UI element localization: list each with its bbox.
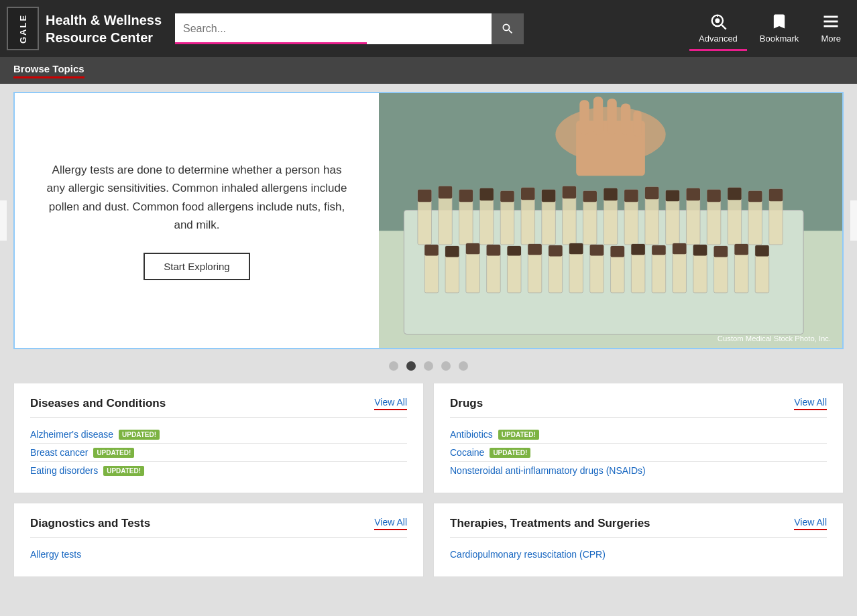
search-icon xyxy=(501,22,514,36)
topic-item-label-diseases-1: Breast cancer xyxy=(30,447,88,458)
header: GALE Health & Wellness Resource Center A… xyxy=(0,0,857,57)
topic-item-diagnostics-0[interactable]: Allergy tests xyxy=(30,546,407,563)
advanced-label: Advanced xyxy=(699,34,738,44)
search-container xyxy=(175,13,524,44)
topic-item-label-drugs-2: Nonsteroidal anti-inflammatory drugs (NS… xyxy=(450,465,646,476)
advanced-search-icon xyxy=(709,12,728,31)
svg-rect-38 xyxy=(624,190,638,202)
topic-item-drugs-0[interactable]: AntibioticsUPDATED! xyxy=(450,426,827,444)
topic-item-label-diseases-2: Eating disorders xyxy=(30,465,98,476)
svg-rect-76 xyxy=(652,245,666,255)
topic-card-title-therapies: Therapies, Treatments and Surgeries xyxy=(450,517,650,530)
svg-rect-64 xyxy=(528,244,542,255)
updated-badge-diseases-0: UPDATED! xyxy=(119,430,160,440)
slide-dot-1[interactable] xyxy=(389,361,398,371)
svg-line-1 xyxy=(722,24,726,29)
search-button[interactable] xyxy=(492,13,524,44)
bookmark-label: Bookmark xyxy=(760,34,799,44)
svg-text:Custom Medical Stock Photo, In: Custom Medical Stock Photo, Inc. xyxy=(718,334,831,343)
svg-rect-62 xyxy=(507,246,521,255)
topic-item-diseases-2[interactable]: Eating disordersUPDATED! xyxy=(30,462,407,479)
svg-rect-50 xyxy=(748,191,762,202)
more-icon xyxy=(821,12,840,31)
search-underline xyxy=(175,42,367,44)
svg-rect-56 xyxy=(445,246,459,257)
start-exploring-button[interactable]: Start Exploring xyxy=(144,253,249,280)
main-content: ‹ Allergy tests are done to determine wh… xyxy=(0,84,857,585)
view-all-underline-diagnostics xyxy=(374,529,407,530)
topic-item-label-drugs-1: Cocaine xyxy=(450,447,484,458)
next-slide-button[interactable]: › xyxy=(850,200,857,241)
svg-rect-15 xyxy=(621,103,630,134)
topic-card-title-diseases: Diseases and Conditions xyxy=(30,397,166,410)
svg-rect-44 xyxy=(686,188,700,200)
view-all-diseases[interactable]: View All xyxy=(374,397,407,410)
view-all-therapies[interactable]: View All xyxy=(794,517,827,530)
svg-rect-28 xyxy=(521,188,535,200)
svg-rect-12 xyxy=(579,100,589,134)
view-all-underline-drugs xyxy=(794,409,827,410)
svg-rect-54 xyxy=(424,245,439,255)
svg-rect-80 xyxy=(693,245,707,255)
gale-logo: GALE xyxy=(7,7,39,50)
svg-rect-42 xyxy=(666,190,680,201)
slide-dots xyxy=(13,361,844,371)
svg-rect-84 xyxy=(734,244,748,255)
svg-point-2 xyxy=(715,18,720,23)
allergy-vials-image: Custom Medical Stock Photo, Inc. xyxy=(379,93,842,348)
svg-rect-32 xyxy=(563,186,577,198)
topic-card-title-diagnostics: Diagnostics and Tests xyxy=(30,517,150,530)
bookmark-action[interactable]: Bookmark xyxy=(750,7,809,51)
svg-rect-30 xyxy=(542,190,556,202)
slide-dot-2[interactable] xyxy=(406,361,416,371)
svg-rect-36 xyxy=(604,188,618,200)
updated-badge-drugs-1: UPDATED! xyxy=(490,448,530,458)
svg-rect-86 xyxy=(755,245,769,256)
svg-rect-78 xyxy=(673,243,687,254)
prev-slide-button[interactable]: ‹ xyxy=(0,200,7,241)
svg-rect-14 xyxy=(607,99,616,134)
svg-rect-22 xyxy=(459,190,473,202)
svg-rect-26 xyxy=(500,191,514,202)
search-input[interactable] xyxy=(175,13,492,44)
featured-card: Allergy tests are done to determine whet… xyxy=(13,92,844,349)
topic-card-header-therapies: Therapies, Treatments and SurgeriesView … xyxy=(450,517,827,538)
view-all-diagnostics[interactable]: View All xyxy=(374,517,407,530)
topic-item-label-therapies-0: Cardiopulmonary resuscitation (CPR) xyxy=(450,549,606,560)
svg-rect-66 xyxy=(549,245,563,256)
header-actions: Advanced Bookmark More xyxy=(689,7,850,51)
svg-rect-18 xyxy=(418,190,432,202)
view-all-drugs[interactable]: View All xyxy=(794,397,827,410)
slide-dot-3[interactable] xyxy=(424,361,433,371)
svg-rect-58 xyxy=(466,243,480,254)
browse-topics-tab[interactable]: Browse Topics xyxy=(13,63,84,78)
topic-item-label-diagnostics-0: Allergy tests xyxy=(30,549,81,560)
topic-item-drugs-2[interactable]: Nonsteroidal anti-inflammatory drugs (NS… xyxy=(450,462,827,479)
updated-badge-diseases-2: UPDATED! xyxy=(103,466,144,476)
topic-item-diseases-0[interactable]: Alzheimer's diseaseUPDATED! xyxy=(30,426,407,444)
bookmark-icon xyxy=(770,12,789,31)
more-action[interactable]: More xyxy=(811,7,850,51)
svg-rect-82 xyxy=(714,246,728,257)
topic-item-drugs-1[interactable]: CocaineUPDATED! xyxy=(450,444,827,462)
topic-item-therapies-0[interactable]: Cardiopulmonary resuscitation (CPR) xyxy=(450,546,827,563)
more-label: More xyxy=(821,34,841,44)
svg-rect-20 xyxy=(439,186,453,198)
topic-card-header-diagnostics: Diagnostics and TestsView All xyxy=(30,517,407,538)
topic-item-label-drugs-0: Antibiotics xyxy=(450,429,493,440)
site-title: Health & Wellness Resource Center xyxy=(46,11,162,46)
topic-item-diseases-1[interactable]: Breast cancerUPDATED! xyxy=(30,444,407,462)
slide-dot-4[interactable] xyxy=(441,361,451,371)
topic-card-header-drugs: DrugsView All xyxy=(450,397,827,418)
featured-text-panel: Allergy tests are done to determine whet… xyxy=(15,93,379,348)
svg-rect-40 xyxy=(645,187,659,199)
slide-wrapper: ‹ Allergy tests are done to determine wh… xyxy=(13,92,844,349)
advanced-action[interactable]: Advanced xyxy=(689,7,747,51)
slide-dot-5[interactable] xyxy=(459,361,468,371)
view-all-underline-diseases xyxy=(374,409,407,410)
featured-image-panel: Custom Medical Stock Photo, Inc. xyxy=(379,93,842,348)
updated-badge-diseases-1: UPDATED! xyxy=(93,448,134,458)
svg-rect-16 xyxy=(633,111,641,137)
updated-badge-drugs-0: UPDATED! xyxy=(498,430,539,440)
topic-card-therapies: Therapies, Treatments and SurgeriesView … xyxy=(433,503,844,577)
